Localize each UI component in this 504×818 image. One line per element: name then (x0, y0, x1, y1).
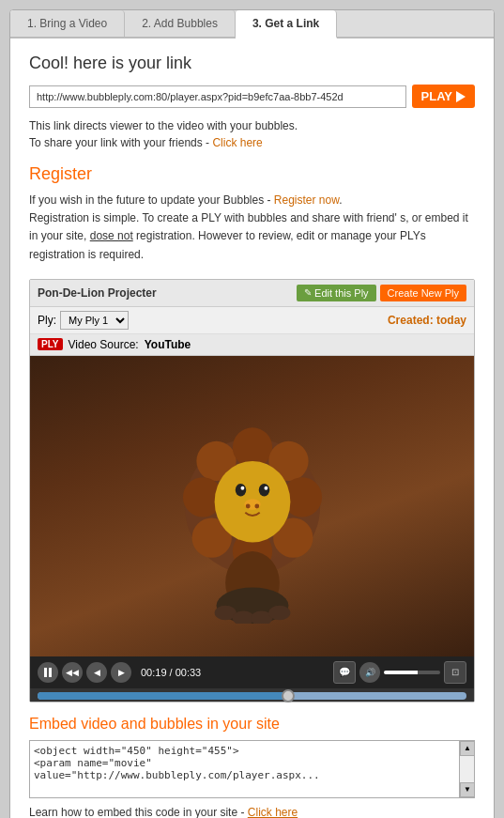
edit-ply-button[interactable]: ✎ Edit this Ply (297, 285, 375, 301)
video-source-header: PLY Video Source: YouTube (30, 334, 474, 356)
ply-select-row: Ply: My Ply 1 Created: today (30, 307, 474, 334)
link-row: PLAY (29, 85, 475, 108)
embed-title: Embed video and bubbles in your site (29, 716, 475, 733)
scroll-up-button[interactable]: ▲ (460, 741, 475, 756)
volume-button[interactable]: 🔊 (359, 662, 380, 683)
page-title: Cool! here is your link (29, 54, 475, 73)
main-container: 1. Bring a Video 2. Add Bubbles 3. Get a… (9, 9, 495, 818)
tab-add-bubbles[interactable]: 2. Add Bubbles (125, 10, 236, 37)
tab-get-link[interactable]: 3. Get a Link (236, 10, 337, 39)
video-thumbnail (159, 389, 346, 624)
svg-point-12 (240, 486, 244, 490)
video-controls: ◀◀ ◀ ▶ 00:19 / 00:33 💬 🔊 (30, 656, 474, 688)
main-content: Cool! here is your link PLAY This link d… (10, 39, 494, 818)
video-source-value: YouTube (145, 338, 191, 351)
embed-click-here-link[interactable]: Click here (248, 806, 298, 818)
rewind-button[interactable]: ◀◀ (62, 662, 83, 683)
progress-thumb[interactable] (282, 689, 295, 702)
svg-point-13 (264, 486, 267, 490)
pencil-icon: ✎ (304, 287, 312, 298)
register-text: If you wish in the future to update your… (29, 192, 475, 264)
ply-select-group: Ply: My Ply 1 (38, 311, 129, 330)
ply-title: Pon-De-Lion Projecter (38, 286, 157, 300)
progress-track[interactable] (38, 692, 466, 700)
pause-button[interactable] (38, 662, 58, 683)
expand-icon: ⊡ (451, 667, 459, 677)
progress-bar-container (30, 688, 474, 702)
expand-button[interactable]: ⊡ (444, 661, 466, 684)
svg-point-22 (268, 606, 290, 620)
skip-back-icon: ◀ (94, 668, 100, 677)
bubble-button[interactable]: 💬 (333, 661, 356, 684)
skip-fwd-icon: ▶ (118, 668, 125, 677)
rewind-icon: ◀◀ (66, 668, 79, 677)
link-input[interactable] (29, 85, 406, 108)
ply-created-value: today (436, 314, 466, 327)
embed-note: Learn how to embed this code in your sit… (29, 806, 475, 818)
ply-label: Ply: (38, 314, 56, 327)
time-display: 00:19 / 00:33 (141, 667, 201, 678)
svg-point-11 (258, 484, 269, 496)
bubble-icon: 💬 (339, 667, 350, 677)
skip-back-button[interactable]: ◀ (86, 662, 107, 683)
video-frame[interactable] (30, 356, 474, 656)
share-click-here-link[interactable]: Click here (212, 136, 262, 149)
ply-created: Created: today (388, 314, 466, 327)
progress-fill (38, 692, 286, 700)
create-new-ply-button[interactable]: Create New Ply (380, 285, 466, 301)
svg-point-16 (254, 503, 259, 508)
register-title: Register (29, 164, 475, 184)
play-icon (456, 91, 466, 102)
ply-badge: PLY (38, 338, 63, 350)
tab-bar: 1. Bring a Video 2. Add Bubbles 3. Get a… (10, 10, 494, 39)
ply-dropdown[interactable]: My Ply 1 (60, 311, 129, 330)
skip-fwd-button[interactable]: ▶ (111, 662, 131, 683)
embed-scrollbar: ▲ ▼ (459, 741, 474, 797)
svg-point-10 (235, 484, 246, 496)
tab-bring-video[interactable]: 1. Bring a Video (10, 10, 125, 37)
register-now-link[interactable]: Register now (274, 193, 339, 207)
play-button[interactable]: PLAY (412, 85, 475, 108)
ply-box: Pon-De-Lion Projecter ✎ Edit this Ply Cr… (29, 279, 475, 702)
volume-icon: 🔊 (365, 668, 375, 677)
embed-code-text[interactable]: <object width="450" height="455"> <param… (30, 741, 459, 785)
scroll-down-button[interactable]: ▼ (460, 782, 475, 797)
svg-point-15 (245, 503, 250, 508)
ply-header: Pon-De-Lion Projecter ✎ Edit this Ply Cr… (30, 280, 474, 307)
ply-header-buttons: ✎ Edit this Ply Create New Ply (297, 285, 466, 301)
video-source-label: Video Source: (69, 338, 139, 351)
link-description: This link directs viewer to the video wi… (29, 117, 475, 151)
embed-code-box: <object width="450" height="455"> <param… (29, 740, 475, 798)
volume-slider[interactable] (384, 671, 440, 674)
